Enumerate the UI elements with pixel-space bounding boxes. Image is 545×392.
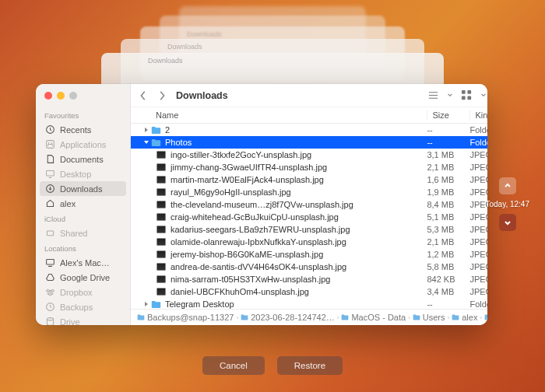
svg-rect-4 [47,231,53,236]
chevron-down-icon[interactable] [480,89,487,101]
file-row[interactable]: nima-sarram-t05HS3TXwHw-unsplash.jpg842 … [131,273,487,285]
file-name: andrea-de-santis-dVV4H64sOK4-unsplash.jp… [171,262,427,271]
traffic-lights[interactable] [36,90,130,107]
sidebar-item-label: Shared [60,229,87,238]
sidebar-item-desktop[interactable]: Desktop [40,166,126,181]
sidebar-item-label: Dropbox [60,288,93,297]
file-name: the-cleveland-museum…zj8f7QVw-unsplash.j… [171,200,427,209]
file-row[interactable]: jimmy-chang-3GwaeUIfTR4-unsplash.jpg2,1 … [131,161,487,173]
header-size[interactable]: Size [427,110,469,120]
sidebar-item-label: Desktop [60,170,91,179]
file-name: martin-martz-W0EalFjAck4-unsplash.jpg [171,175,427,184]
path-segment[interactable]: alex [452,313,477,322]
column-headers[interactable]: Name Size Kind Date Added [131,107,487,124]
file-row[interactable]: olamide-olanrewaju-IpbxNufkkaY-unsplash.… [131,236,487,248]
zoom-button[interactable] [69,92,77,100]
file-name: rayul_M6gy9oHgII-unsplash.jpg [171,187,427,197]
svg-rect-11 [468,96,472,100]
sidebar-item-label: Drive [60,317,80,326]
file-row[interactable]: jeremy-bishop-B6G0KaME-unsplash.jpg1,2 M… [131,248,487,261]
minimize-button[interactable] [57,92,65,100]
sidebar-item-label: Alex's Mac… [60,258,110,268]
sidebar-item-label: Backups [60,303,93,312]
image-file-icon [156,213,166,221]
image-file-icon [156,250,166,258]
sidebar-item-label: alex [60,199,76,208]
sidebar-item-drive[interactable]: Drive [40,314,126,325]
sidebar-item-recents[interactable]: Recents [40,122,126,137]
path-segment[interactable]: MacOS - Data [341,313,406,322]
time-nav-up-button[interactable] [499,177,516,194]
folder-row[interactable]: Telegram Desktop--FolderToday, 12:47 [131,298,487,309]
sidebar-section-label: iCloud [36,211,130,226]
path-segment[interactable]: Users [413,313,445,322]
image-file-icon [156,275,166,283]
file-kind: JPEG [469,163,487,172]
folder-row[interactable]: 2--FolderToday, 12:47 [131,124,487,136]
close-button[interactable] [44,92,52,100]
file-name: craig-whitehead-GcBuJkuiCpU-unsplash.jpg [171,212,427,222]
path-segment[interactable]: Backups@snap-11327 [137,313,234,322]
sidebar-item-documents[interactable]: Documents [40,152,126,166]
file-name: jeremy-bishop-B6G0KaME-unsplash.jpg [171,250,427,259]
sidebar-item-shared[interactable]: Shared [40,226,126,240]
sidebar-section-label: Locations [36,240,130,255]
file-name: daniel-UBCFKhuhOm4-unsplash.jpg [171,287,427,296]
cancel-button[interactable]: Cancel [202,356,265,375]
view-list-icon[interactable] [427,89,439,101]
sidebar-item-label: Google Drive [60,273,110,282]
file-size: 1,6 MB [427,175,469,184]
file-size: 5,8 MB [427,262,469,271]
file-name: olamide-olanrewaju-IpbxNufkkaY-unsplash.… [171,237,427,247]
svg-point-7 [47,318,53,320]
file-size: 5,3 MB [427,225,469,234]
file-row[interactable]: ingo-stiller-3tkxfe2GocY-unsplash.jpg3,1… [131,149,487,161]
sidebar: FavouritesRecentsApplicationsDocumentsDe… [36,84,131,325]
image-file-icon [156,238,166,246]
file-row[interactable]: the-cleveland-museum…zj8f7QVw-unsplash.j… [131,198,487,211]
chevron-down-icon[interactable] [447,89,453,101]
main-panel: Downloads ⋯ Name Size Kind Date Added 2-… [131,84,487,325]
file-row[interactable]: andrea-de-santis-dVV4H64sOK4-unsplash.jp… [131,261,487,273]
path-segment[interactable]: Downloads [484,313,487,322]
time-nav-down-button[interactable] [499,214,516,231]
path-segment[interactable]: 2023-06-28-124742… [241,313,335,322]
header-kind[interactable]: Kind [469,110,487,120]
file-size: 3,1 MB [427,150,469,159]
image-file-icon [156,288,166,296]
svg-rect-8 [462,90,466,94]
sidebar-item-applications[interactable]: Applications [40,137,126,152]
file-name: ingo-stiller-3tkxfe2GocY-unsplash.jpg [171,150,427,159]
path-bar[interactable]: Backups@snap-11327›2023-06-28-124742…›Ma… [131,309,487,325]
file-size: 8,4 MB [427,200,469,209]
back-button[interactable] [139,90,148,101]
file-kind: JPEG [469,275,487,284]
sidebar-item-alex-s-mac-[interactable]: Alex's Mac… [40,255,126,270]
file-row[interactable]: daniel-UBCFKhuhOm4-unsplash.jpg3,4 MBJPE… [131,285,487,298]
file-row[interactable]: rayul_M6gy9oHgII-unsplash.jpg1,9 MBJPEGT… [131,186,487,198]
header-name[interactable]: Name [156,110,427,120]
restore-button[interactable]: Restore [277,356,343,375]
nav-buttons [139,90,167,101]
forward-button[interactable] [157,90,167,101]
file-name: 2 [165,125,427,135]
sidebar-item-label: Downloads [60,184,102,194]
image-file-icon [156,163,166,171]
file-name: Telegram Desktop [165,299,427,309]
sidebar-item-alex[interactable]: alex [40,196,126,211]
group-icon[interactable] [461,89,473,101]
time-nav-label: Today, 12:47 [485,200,529,208]
file-size: 2,1 MB [427,163,469,172]
sidebar-item-backups[interactable]: Backups [40,299,126,314]
sidebar-item-dropbox[interactable]: Dropbox [40,285,126,299]
file-row[interactable]: kadarius-seegars-LBa9zh7EWRU-unsplash.jp… [131,223,487,236]
file-row[interactable]: martin-martz-W0EalFjAck4-unsplash.jpg1,6… [131,173,487,186]
file-kind: Folder [469,125,487,135]
sidebar-item-google-drive[interactable]: Google Drive [40,270,126,285]
file-size: 2,1 MB [427,237,469,247]
file-row[interactable]: craig-whitehead-GcBuJkuiCpU-unsplash.jpg… [131,211,487,223]
folder-row[interactable]: Photos--FolderToday, 12:47 [131,136,487,149]
file-list[interactable]: 2--FolderToday, 12:47Photos--FolderToday… [131,124,487,309]
sidebar-item-downloads[interactable]: Downloads [40,181,126,196]
file-size: 1,9 MB [427,187,469,197]
